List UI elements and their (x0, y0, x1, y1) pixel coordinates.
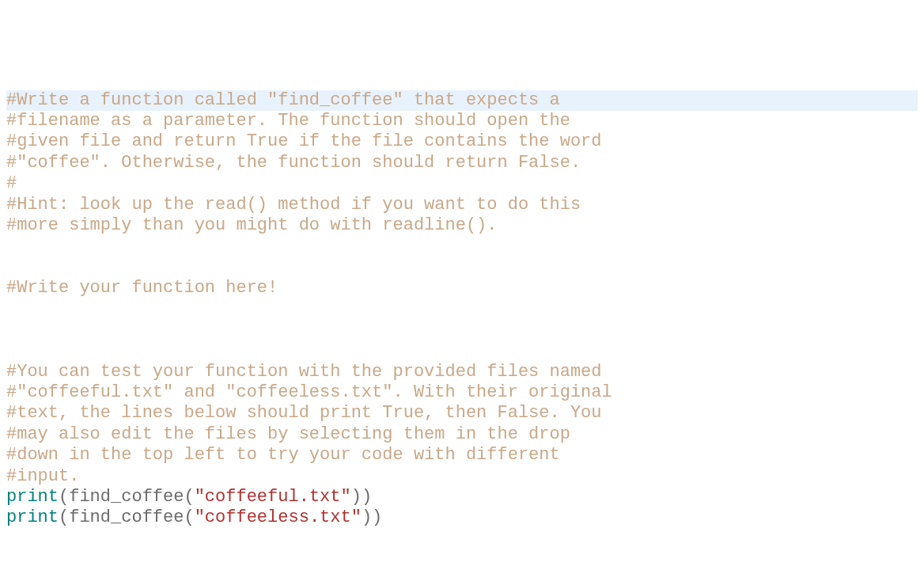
comment-text: #You can test your function with the pro… (6, 362, 602, 382)
comment-text: #input. (6, 466, 79, 486)
code-line[interactable]: print(find_coffee("coffeeful.txt")) (6, 487, 918, 507)
code-line[interactable] (6, 320, 918, 340)
comment-text: #down in the top left to try your code w… (6, 445, 560, 465)
comment-text: #Write a function called "find_coffee" t… (6, 90, 560, 110)
code-line[interactable]: #Hint: look up the read() method if you … (6, 195, 918, 215)
paren: ( (59, 507, 69, 527)
code-line[interactable]: #input. (6, 466, 918, 487)
code-line[interactable] (6, 257, 918, 278)
comment-text: #"coffeeful.txt" and "coffeeless.txt". W… (6, 382, 612, 402)
code-line[interactable]: #"coffee". Otherwise, the function shoul… (6, 153, 918, 173)
comment-text: # (6, 173, 17, 193)
code-line[interactable]: #Write your function here! (6, 278, 918, 298)
code-line[interactable] (6, 340, 918, 361)
code-line[interactable]: #"coffeeful.txt" and "coffeeless.txt". W… (6, 382, 918, 403)
code-line[interactable]: #You can test your function with the pro… (6, 362, 918, 382)
code-line[interactable]: #filename as a parameter. The function s… (6, 111, 918, 131)
comment-text: #Hint: look up the read() method if you … (6, 195, 581, 215)
paren: ( (59, 487, 69, 507)
code-line[interactable]: # (6, 173, 918, 194)
comment-text: #text, the lines below should print True… (6, 403, 602, 423)
code-line[interactable] (6, 236, 918, 257)
code-line[interactable]: #more simply than you might do with read… (6, 215, 918, 236)
string-literal: "coffeeful.txt" (195, 487, 351, 507)
paren: )) (362, 507, 382, 527)
function-call: find_coffee (69, 487, 184, 507)
code-line[interactable]: #may also edit the files by selecting th… (6, 424, 918, 445)
comment-text: #"coffee". Otherwise, the function shoul… (6, 153, 581, 173)
comment-text: #filename as a parameter. The function s… (6, 111, 570, 131)
function-call: find_coffee (69, 507, 184, 527)
code-line[interactable]: #given file and return True if the file … (6, 131, 918, 152)
paren: ( (184, 487, 194, 507)
paren: )) (351, 487, 372, 507)
code-line[interactable] (6, 298, 918, 319)
comment-text: #more simply than you might do with read… (6, 215, 498, 235)
code-editor[interactable]: #Write a function called "find_coffee" t… (0, 84, 924, 574)
keyword-print: print (6, 507, 59, 527)
comment-text: #Write your function here! (6, 278, 278, 298)
comment-text: #given file and return True if the file … (6, 131, 602, 151)
comment-text: #may also edit the files by selecting th… (6, 424, 570, 444)
code-line[interactable]: #down in the top left to try your code w… (6, 445, 918, 466)
code-line[interactable]: #text, the lines below should print True… (6, 403, 918, 424)
keyword-print: print (6, 487, 59, 507)
code-line[interactable]: #Write a function called "find_coffee" t… (6, 90, 918, 111)
paren: ( (184, 507, 194, 527)
code-line[interactable]: print(find_coffee("coffeeless.txt")) (6, 507, 918, 528)
string-literal: "coffeeless.txt" (195, 507, 362, 527)
